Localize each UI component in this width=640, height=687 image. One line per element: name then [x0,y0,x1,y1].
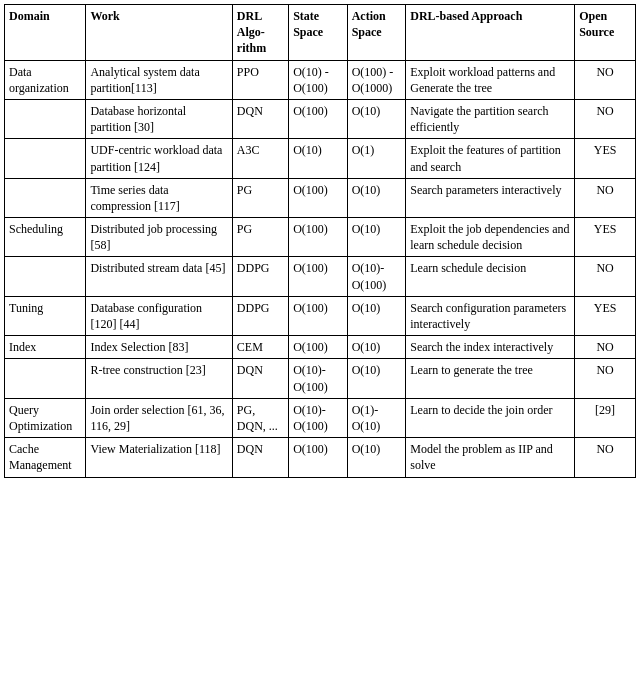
cell-approach: Search the index interactively [406,336,575,359]
cell-state: O(10) - O(100) [289,60,348,99]
header-drl: DRL Algo­rithm [232,5,288,61]
table-row: TuningDatabase configuration [120] [44]D… [5,296,636,335]
cell-open: NO [575,257,636,296]
cell-action: O(10) [347,336,406,359]
cell-work: Analytical system data partition[113] [86,60,232,99]
cell-work: Join order selection [61, 36, 116, 29] [86,398,232,437]
table-row: Database horizontal partition [30]DQNO(1… [5,99,636,138]
cell-open: NO [575,99,636,138]
cell-work: UDF-centric workload data partition [124… [86,139,232,178]
cell-work: Distributed stream data [45] [86,257,232,296]
cell-open: YES [575,296,636,335]
cell-open: NO [575,438,636,477]
cell-state: O(100) [289,178,348,217]
cell-action: O(10)- O(100) [347,257,406,296]
table-container: Domain Work DRL Algo­rithm State Space A… [0,0,640,482]
table-row: Cache ManagementView Materialization [11… [5,438,636,477]
cell-open: NO [575,60,636,99]
header-state: State Space [289,5,348,61]
cell-state: O(10)- O(100) [289,359,348,398]
cell-approach: Exploit workload patterns and Generate t… [406,60,575,99]
cell-action: O(10) [347,99,406,138]
cell-state: O(100) [289,218,348,257]
cell-domain: Query Optimization [5,398,86,437]
header-row: Domain Work DRL Algo­rithm State Space A… [5,5,636,61]
cell-work: Distributed job processing [58] [86,218,232,257]
cell-domain [5,178,86,217]
cell-approach: Search configuration parameters interact… [406,296,575,335]
cell-action: O(10) [347,296,406,335]
table-row: Query OptimizationJoin order selection [… [5,398,636,437]
cell-action: O(10) [347,438,406,477]
cell-approach: Search parameters interactively [406,178,575,217]
cell-drl: PPO [232,60,288,99]
cell-approach: Learn to decide the join order [406,398,575,437]
cell-approach: Exploit the features of partition and se… [406,139,575,178]
cell-drl: PG, DQN, ... [232,398,288,437]
cell-work: View Materialization [118] [86,438,232,477]
header-work: Work [86,5,232,61]
table-row: Time series data compression [117]PGO(10… [5,178,636,217]
cell-state: O(100) [289,99,348,138]
cell-drl: DQN [232,99,288,138]
cell-open: YES [575,139,636,178]
cell-action: O(1)- O(10) [347,398,406,437]
cell-action: O(10) [347,359,406,398]
main-table: Domain Work DRL Algo­rithm State Space A… [4,4,636,478]
cell-domain [5,139,86,178]
cell-drl: A3C [232,139,288,178]
cell-drl: PG [232,218,288,257]
header-action: Action Space [347,5,406,61]
cell-work: Database horizontal partition [30] [86,99,232,138]
cell-work: R-tree construction [23] [86,359,232,398]
cell-work: Database configuration [120] [44] [86,296,232,335]
cell-state: O(10) [289,139,348,178]
cell-work: Index Selection [83] [86,336,232,359]
cell-drl: PG [232,178,288,217]
table-row: R-tree construction [23]DQNO(10)- O(100)… [5,359,636,398]
cell-open: [29] [575,398,636,437]
cell-drl: DQN [232,438,288,477]
cell-state: O(100) [289,336,348,359]
cell-action: O(10) [347,218,406,257]
cell-domain [5,99,86,138]
header-open: Open Source [575,5,636,61]
cell-action: O(1) [347,139,406,178]
cell-state: O(10)- O(100) [289,398,348,437]
cell-action: O(10) [347,178,406,217]
cell-state: O(100) [289,257,348,296]
cell-domain: Cache Management [5,438,86,477]
table-row: UDF-centric workload data partition [124… [5,139,636,178]
cell-approach: Learn schedule decision [406,257,575,296]
cell-action: O(100) - O(1000) [347,60,406,99]
header-approach: DRL-based Ap­proach [406,5,575,61]
cell-state: O(100) [289,438,348,477]
table-row: IndexIndex Selection [83]CEMO(100)O(10)S… [5,336,636,359]
cell-domain: Tuning [5,296,86,335]
cell-state: O(100) [289,296,348,335]
cell-approach: Learn to generate the tree [406,359,575,398]
table-row: Data organizationAnalytical system data … [5,60,636,99]
cell-drl: DQN [232,359,288,398]
cell-open: NO [575,178,636,217]
cell-domain [5,257,86,296]
table-row: Distributed stream data [45]DDPGO(100)O(… [5,257,636,296]
cell-open: NO [575,359,636,398]
cell-drl: CEM [232,336,288,359]
cell-domain [5,359,86,398]
cell-domain: Data organization [5,60,86,99]
table-row: SchedulingDistributed job processing [58… [5,218,636,257]
cell-work: Time series data compression [117] [86,178,232,217]
cell-drl: DDPG [232,296,288,335]
header-domain: Domain [5,5,86,61]
cell-open: NO [575,336,636,359]
cell-approach: Navigate the partition search efficientl… [406,99,575,138]
cell-approach: Model the problem as IIP and solve [406,438,575,477]
cell-open: YES [575,218,636,257]
cell-drl: DDPG [232,257,288,296]
cell-domain: Index [5,336,86,359]
cell-domain: Scheduling [5,218,86,257]
cell-approach: Exploit the job dependencies and learn s… [406,218,575,257]
